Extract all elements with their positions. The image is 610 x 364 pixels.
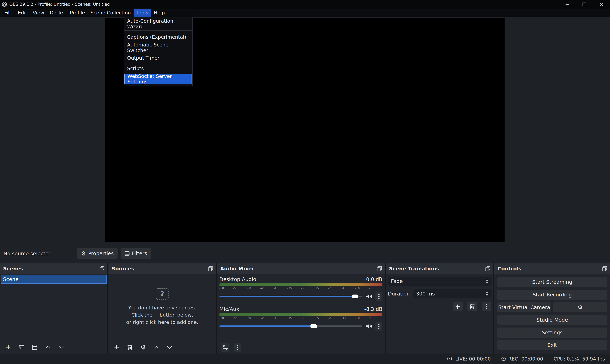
menu-scene-collection[interactable]: Scene Collection: [88, 9, 134, 17]
add-transition-button[interactable]: +: [453, 302, 462, 311]
db-tick: -30: [301, 316, 305, 320]
controls-dock-header: Controls: [494, 263, 610, 274]
controls-body: Start Streaming Start Recording Start Vi…: [494, 274, 610, 353]
controls-dock: Controls Start Streaming Start Recording…: [494, 263, 610, 353]
trash-icon: [19, 344, 24, 350]
db-tick: -25: [314, 286, 319, 290]
scene-list-item-selected[interactable]: Scene: [1, 275, 107, 284]
gear-icon: ⚙: [140, 344, 146, 350]
context-bar: No source selected ⚙ Properties Filters: [0, 246, 610, 262]
properties-button[interactable]: ⚙ Properties: [77, 248, 118, 259]
menu-item-websocket-server-settings[interactable]: WebSocket Server Settings: [124, 74, 192, 84]
scenes-dock: Scenes Scene +: [0, 263, 107, 353]
scene-transitions-body: Fade Duration 300 ms +: [386, 274, 493, 353]
transition-options-button[interactable]: [482, 302, 491, 311]
transition-selected-value: Fade: [391, 278, 403, 284]
statusbar: LIVE: 00:00:00 REC: 00:00:00 CPU: 0.1%, …: [0, 353, 610, 364]
duration-spinbox[interactable]: 300 ms: [413, 289, 491, 298]
scenes-list: Scene: [0, 274, 107, 341]
menu-view[interactable]: View: [30, 9, 47, 17]
add-scene-button[interactable]: +: [4, 343, 12, 352]
virtual-camera-settings-button[interactable]: ⚙: [553, 302, 607, 312]
start-virtual-camera-button[interactable]: Start Virtual Camera: [497, 302, 551, 312]
popout-icon[interactable]: [99, 266, 104, 271]
menu-tools[interactable]: Tools: [134, 9, 151, 17]
channel-options-button[interactable]: [375, 292, 382, 301]
menu-item-captions[interactable]: Captions (Experimental): [124, 32, 192, 42]
mixer-options-button[interactable]: [234, 343, 241, 352]
duration-value: 300 ms: [416, 291, 435, 297]
menu-file[interactable]: File: [1, 9, 15, 17]
slider-fill: [220, 325, 314, 327]
menu-item-auto-configuration-wizard[interactable]: Auto-Configuration Wizard: [124, 19, 192, 29]
start-streaming-button[interactable]: Start Streaming: [497, 277, 607, 287]
sources-list[interactable]: ? You don't have any sources. Click the …: [109, 274, 216, 341]
menu-help[interactable]: Help: [151, 9, 167, 17]
db-tick: -55: [233, 316, 237, 320]
menu-profile[interactable]: Profile: [67, 9, 88, 17]
remove-scene-button[interactable]: [17, 343, 26, 352]
chevron-down-icon: [167, 346, 172, 349]
start-recording-button[interactable]: Start Recording: [497, 290, 607, 300]
transition-select[interactable]: Fade: [388, 277, 491, 286]
popout-icon[interactable]: [208, 266, 213, 271]
menu-separator: [124, 30, 192, 31]
menu-item-scripts[interactable]: Scripts: [124, 63, 192, 74]
obs-window: OBS 29.1.2 - Profile: Untitled - Scenes:…: [0, 0, 610, 364]
scene-filters-button[interactable]: [30, 343, 39, 352]
source-properties-button[interactable]: ⚙: [139, 343, 147, 352]
settings-button[interactable]: Settings: [497, 327, 607, 338]
db-tick: -10: [355, 286, 360, 290]
exit-button[interactable]: Exit: [497, 340, 607, 350]
maximize-button[interactable]: [576, 0, 593, 9]
spinbox-arrows-icon[interactable]: [486, 291, 488, 296]
channel-options-button[interactable]: [375, 322, 382, 331]
slider-handle[interactable]: [352, 295, 358, 298]
mute-button[interactable]: [365, 322, 372, 331]
menu-item-output-timer[interactable]: Output Timer: [124, 53, 192, 63]
remove-transition-button[interactable]: [467, 302, 477, 311]
add-source-button[interactable]: +: [112, 343, 121, 352]
scenes-dock-header: Scenes: [0, 263, 107, 274]
popout-icon[interactable]: [485, 266, 490, 271]
close-button[interactable]: ×: [593, 0, 610, 9]
popout-icon[interactable]: [602, 266, 607, 271]
move-scene-up-button[interactable]: [43, 343, 52, 352]
remove-source-button[interactable]: [126, 343, 134, 352]
volume-slider[interactable]: [220, 295, 362, 298]
db-tick: -20: [328, 316, 333, 320]
db-tick: -40: [274, 316, 278, 320]
popout-icon[interactable]: [377, 266, 382, 271]
live-time: LIVE: 00:00:00: [455, 356, 491, 362]
studio-mode-button[interactable]: Studio Mode: [497, 315, 607, 325]
tools-dropdown-menu: Auto-Configuration Wizard Captions (Expe…: [124, 17, 193, 86]
move-scene-down-button[interactable]: [57, 343, 65, 352]
mute-button[interactable]: [365, 292, 372, 301]
move-source-up-button[interactable]: [152, 343, 161, 352]
slider-fill: [220, 296, 355, 297]
window-controls: − ×: [559, 0, 610, 9]
minimize-button[interactable]: −: [559, 0, 576, 9]
live-icon: [446, 356, 453, 361]
scenes-toolbar: +: [0, 341, 107, 353]
volume-slider[interactable]: [220, 324, 362, 328]
filters-button[interactable]: Filters: [121, 248, 151, 259]
audio-mixer-body: Desktop Audio 0.0 dB -60 -55 -50 -45 -40…: [217, 274, 385, 341]
db-tick: -30: [301, 286, 305, 290]
advanced-audio-icon: [222, 345, 228, 350]
kebab-icon: [378, 294, 380, 299]
slider-handle[interactable]: [310, 324, 317, 328]
live-status: LIVE: 00:00:00: [446, 356, 491, 362]
db-tick: -45: [260, 316, 264, 320]
db-tick: -55: [233, 286, 237, 290]
db-tick: -45: [260, 286, 264, 290]
menu-item-automatic-scene-switcher[interactable]: Automatic Scene Switcher: [124, 42, 192, 53]
properties-button-label: Properties: [88, 250, 114, 257]
obs-logo-icon: [2, 2, 7, 7]
db-tick: -50: [247, 316, 251, 320]
menu-edit[interactable]: Edit: [15, 9, 30, 17]
db-tick: -60: [220, 316, 224, 320]
advanced-audio-properties-button[interactable]: [221, 343, 229, 352]
move-source-down-button[interactable]: [165, 343, 174, 352]
menu-docks[interactable]: Docks: [47, 9, 67, 17]
